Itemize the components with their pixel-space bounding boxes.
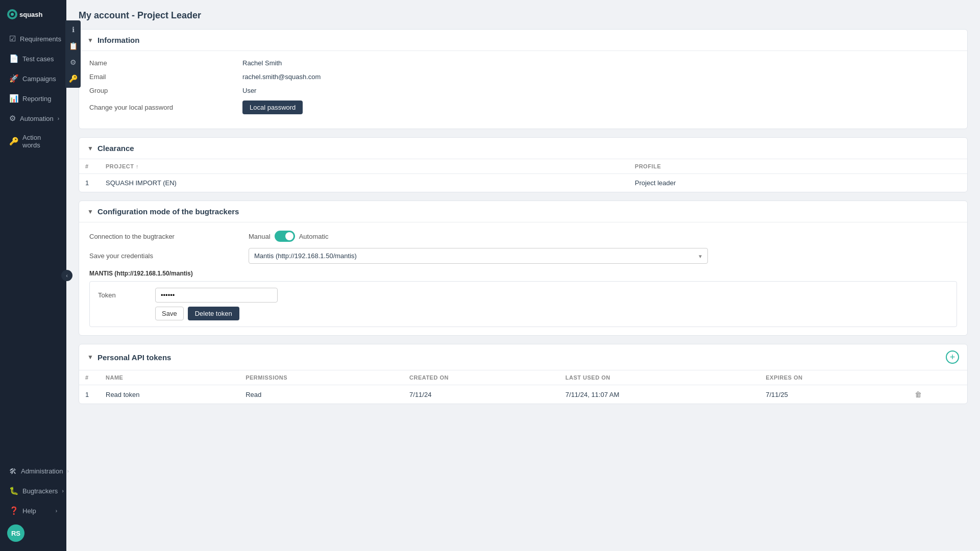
add-token-button[interactable]: + [946, 350, 959, 364]
campaigns-label: Campaigns [22, 75, 56, 83]
local-password-button[interactable]: Local password [242, 101, 303, 114]
delete-token-button[interactable]: Delete token [188, 307, 239, 320]
logo-image: squash [6, 7, 52, 22]
mantis-title: MANTIS (http://192.168.1.50/mantis) [89, 270, 957, 277]
sidebar-item-test-cases[interactable]: 📄 Test cases [2, 49, 64, 68]
api-col-last-used: LAST USED ON [559, 370, 760, 385]
administration-label: Administration [21, 467, 63, 475]
sidebar: squash ℹ 📋 ⚙ 🔑 ☑ Requirements 📄 Test cas… [0, 0, 66, 551]
test-cases-label: Test cases [22, 55, 54, 63]
user-avatar[interactable]: RS [7, 524, 24, 542]
api-row-permissions: Read [239, 385, 403, 404]
main-content: My account - Project Leader ▼ Informatio… [66, 0, 980, 551]
info-name-row: Name Rachel Smith [89, 59, 957, 67]
requirements-icon: ☑ [9, 34, 16, 43]
change-password-label: Change your local password [89, 104, 242, 111]
clearance-section: ▼ Clearance # PROJECT ↑ PROFILE 1 SQUASH… [79, 137, 968, 192]
bugtrackers-icon: 🐛 [9, 486, 18, 495]
mantis-credentials-box: Token Save Delete token [89, 281, 957, 327]
clearance-table: # PROJECT ↑ PROFILE 1 SQUASH IMPORT (EN)… [79, 159, 967, 192]
sidebar-item-administration[interactable]: 🛠 Administration › [2, 462, 64, 481]
credentials-row: Save your credentials Mantis (http://192… [89, 248, 957, 264]
help-expand-icon: › [56, 508, 57, 514]
action-words-label: Action words [22, 134, 57, 149]
token-row: Token [98, 288, 948, 303]
email-label: Email [89, 73, 242, 81]
clearance-section-title: Clearance [97, 144, 134, 153]
api-col-num: # [79, 370, 100, 385]
bugtracker-config-chevron-icon: ▼ [87, 208, 93, 215]
campaigns-icon: 🚀 [9, 74, 18, 83]
sidebar-collapse-button[interactable]: ‹ [61, 270, 72, 281]
document-icon[interactable]: 📋 [68, 41, 78, 51]
sidebar-item-bugtrackers[interactable]: 🐛 Bugtrackers › [2, 481, 64, 500]
help-label: Help [22, 507, 36, 515]
clearance-col-project[interactable]: PROJECT ↑ [100, 159, 629, 174]
information-section-header[interactable]: ▼ Information [79, 30, 967, 51]
api-col-name: NAME [100, 370, 239, 385]
main-nav: ☑ Requirements 📄 Test cases 🚀 Campaigns … [0, 29, 66, 155]
email-value: rachel.smith@squash.com [242, 73, 321, 81]
token-actions: Save Delete token [155, 307, 948, 320]
sidebar-item-automation[interactable]: ⚙ Automation › [2, 109, 64, 128]
group-label: Group [89, 87, 242, 94]
save-token-button[interactable]: Save [155, 307, 184, 320]
delete-token-icon[interactable]: 🗑 [915, 390, 922, 398]
settings-icon[interactable]: ⚙ [68, 57, 78, 67]
api-row-num: 1 [79, 385, 100, 404]
clearance-section-header[interactable]: ▼ Clearance [79, 138, 967, 159]
information-chevron-icon: ▼ [87, 37, 93, 44]
bugtracker-config-section: ▼ Configuration mode of the bugtrackers … [79, 201, 968, 336]
action-words-icon: 🔑 [9, 137, 18, 146]
auto-manual-toggle[interactable] [275, 231, 295, 242]
info-password-row: Change your local password Local passwor… [89, 101, 957, 114]
administration-icon: 🛠 [9, 467, 17, 475]
personal-api-body: # NAME PERMISSIONS CREATED ON LAST USED … [79, 370, 967, 404]
clearance-table-body: 1 SQUASH IMPORT (EN) Project leader [79, 174, 967, 192]
test-cases-icon: 📄 [9, 54, 18, 63]
info-icon[interactable]: ℹ [68, 24, 78, 35]
group-value: User [242, 87, 256, 94]
logo: squash [0, 0, 66, 29]
api-tokens-table-body: 1 Read token Read 7/11/24 7/11/24, 11:07… [79, 385, 967, 404]
clearance-section-body: # PROJECT ↑ PROFILE 1 SQUASH IMPORT (EN)… [79, 159, 967, 192]
token-input[interactable] [155, 288, 278, 303]
clearance-row-profile: Project leader [629, 174, 967, 192]
sidebar-item-help[interactable]: ❓ Help › [2, 501, 64, 520]
information-section: ▼ Information Name Rachel Smith Email ra… [79, 29, 968, 129]
name-value: Rachel Smith [242, 59, 282, 67]
requirements-label: Requirements [20, 35, 61, 43]
table-row: 1 Read token Read 7/11/24 7/11/24, 11:07… [79, 385, 967, 404]
info-email-row: Email rachel.smith@squash.com [89, 73, 957, 81]
api-row-delete[interactable]: 🗑 [909, 385, 967, 404]
api-tokens-table-header: # NAME PERMISSIONS CREATED ON LAST USED … [79, 370, 967, 385]
reporting-icon: 📊 [9, 94, 18, 103]
personal-api-section: ▼ Personal API tokens + # NAME PERMISSIO… [79, 344, 968, 404]
bugtracker-config-header[interactable]: ▼ Configuration mode of the bugtrackers [79, 201, 967, 222]
side-icon-bar: ℹ 📋 ⚙ 🔑 [65, 20, 81, 88]
api-row-created: 7/11/24 [403, 385, 559, 404]
personal-api-chevron-icon[interactable]: ▼ [87, 354, 93, 361]
mantis-section: MANTIS (http://192.168.1.50/mantis) Toke… [89, 270, 957, 327]
bugtracker-select[interactable]: Mantis (http://192.168.1.50/mantis) [249, 248, 708, 264]
api-col-created: CREATED ON [403, 370, 559, 385]
sidebar-bottom: 🛠 Administration › 🐛 Bugtrackers › ❓ Hel… [0, 461, 66, 551]
api-row-expires: 7/11/25 [760, 385, 909, 404]
personal-api-header-left: ▼ Personal API tokens [87, 353, 942, 362]
toggle-manual-label: Manual [249, 233, 271, 240]
sidebar-item-campaigns[interactable]: 🚀 Campaigns [2, 69, 64, 88]
connection-label: Connection to the bugtracker [89, 233, 242, 240]
sidebar-item-reporting[interactable]: 📊 Reporting [2, 89, 64, 108]
key-icon[interactable]: 🔑 [68, 73, 78, 84]
info-group-row: Group User [89, 87, 957, 94]
svg-point-2 [11, 13, 14, 16]
clearance-chevron-icon: ▼ [87, 145, 93, 152]
personal-api-header: ▼ Personal API tokens + [79, 344, 967, 370]
sidebar-item-action-words[interactable]: 🔑 Action words [2, 129, 64, 154]
information-section-title: Information [97, 36, 140, 44]
bugtracker-config-title: Configuration mode of the bugtrackers [97, 207, 239, 216]
bugtrackers-label: Bugtrackers [22, 487, 58, 495]
toggle-auto-label: Automatic [299, 233, 329, 240]
sidebar-item-requirements[interactable]: ☑ Requirements [2, 29, 64, 48]
credentials-select-wrapper: Mantis (http://192.168.1.50/mantis) [249, 248, 708, 264]
